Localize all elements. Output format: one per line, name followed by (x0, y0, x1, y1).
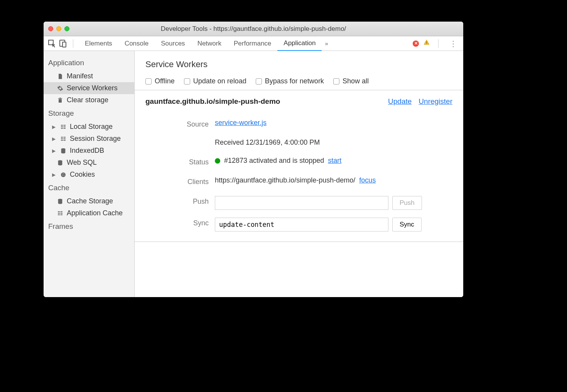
source-link[interactable]: service-worker.js (215, 119, 267, 127)
device-toggle-icon[interactable] (58, 39, 68, 48)
detail-source: Source service-worker.js Received 12/31/… (145, 117, 452, 154)
svg-rect-28 (61, 213, 62, 213)
chevron-right-icon: ▶ (52, 136, 57, 142)
error-icon[interactable]: ✕ (413, 41, 419, 47)
status-text: #12873 activated and is stopped (224, 157, 324, 165)
separator (73, 39, 73, 48)
svg-rect-9 (61, 128, 63, 128)
database-icon (60, 147, 67, 154)
sync-button[interactable]: Sync (392, 218, 422, 231)
chevron-right-icon: ▶ (52, 148, 57, 154)
detail-label: Clients (145, 176, 215, 186)
section-storage: Storage (44, 106, 134, 121)
svg-rect-10 (64, 128, 66, 128)
sidebar-item-label: Session Storage (70, 135, 121, 143)
inspect-icon[interactable] (47, 39, 57, 48)
sidebar-item-local-storage[interactable]: ▶ Local Storage (44, 121, 134, 133)
sidebar-item-cookies[interactable]: ▶ Cookies (44, 169, 134, 181)
tab-network[interactable]: Network (191, 36, 228, 51)
worker-links: Update Unregister (388, 97, 452, 106)
checkbox-update-on-reload[interactable]: Update on reload (184, 77, 246, 85)
svg-rect-4 (426, 44, 427, 44)
checkbox-icon (333, 78, 339, 84)
chevron-right-icon: ▶ (52, 124, 57, 130)
kebab-menu-icon[interactable]: ⋮ (447, 39, 459, 48)
detail-status: Status #12873 activated and is stopped s… (145, 154, 452, 169)
svg-point-20 (62, 174, 63, 174)
checkbox-label: Show all (343, 77, 369, 85)
svg-rect-7 (61, 126, 63, 127)
database-icon (57, 198, 64, 205)
tab-application[interactable]: Application (277, 36, 322, 51)
panel-title: Service Workers (145, 59, 452, 69)
svg-rect-26 (61, 211, 62, 212)
push-button[interactable]: Push (392, 196, 422, 210)
detail-clients: Clients https://gauntface.github.io/simp… (145, 174, 452, 188)
svg-point-22 (64, 175, 64, 176)
sidebar-item-cache-storage[interactable]: Cache Storage (44, 195, 134, 207)
sidebar-item-indexeddb[interactable]: ▶ IndexedDB (44, 145, 134, 157)
close-button[interactable] (48, 26, 53, 31)
detail-label: Status (145, 157, 215, 166)
svg-rect-2 (62, 42, 66, 47)
detail-label: Sync (145, 218, 215, 227)
unregister-link[interactable]: Unregister (418, 97, 452, 106)
sidebar-item-service-workers[interactable]: Service Workers (44, 82, 134, 94)
svg-rect-16 (64, 140, 66, 140)
push-input[interactable] (215, 196, 388, 210)
devtools-window: Developer Tools - https://gauntface.gith… (44, 22, 463, 297)
svg-rect-8 (64, 126, 66, 127)
worker-origin: gauntface.github.io/simple-push-demo (145, 97, 280, 106)
titlebar: Developer Tools - https://gauntface.gith… (44, 22, 463, 36)
update-link[interactable]: Update (388, 97, 412, 106)
svg-point-21 (63, 173, 64, 174)
sidebar-item-label: IndexedDB (70, 147, 104, 155)
sidebar-item-label: Cookies (70, 171, 95, 179)
tab-performance[interactable]: Performance (228, 36, 277, 51)
focus-link[interactable]: focus (359, 176, 376, 184)
sidebar-item-clear-storage[interactable]: Clear storage (44, 94, 134, 106)
worker-header: gauntface.github.io/simple-push-demo Upd… (145, 97, 452, 106)
tab-elements[interactable]: Elements (79, 36, 118, 51)
devtools-tabs: Elements Console Sources Network Perform… (79, 36, 411, 51)
section-cache: Cache (44, 181, 134, 195)
grid-icon (60, 135, 67, 142)
minimize-button[interactable] (56, 26, 61, 31)
svg-rect-15 (61, 140, 63, 140)
sidebar-item-session-storage[interactable]: ▶ Session Storage (44, 133, 134, 145)
devtools-toolbar: Elements Console Sources Network Perform… (44, 36, 463, 51)
svg-rect-3 (426, 41, 427, 43)
warning-icon[interactable] (424, 39, 430, 47)
sidebar-item-label: Service Workers (67, 84, 118, 92)
sidebar-item-websql[interactable]: Web SQL (44, 157, 134, 169)
toolbar-right: ✕ ⋮ (413, 39, 459, 48)
detail-sync: Sync Sync (145, 215, 452, 234)
chevron-right-icon: ▶ (52, 172, 57, 177)
checkbox-bypass-network[interactable]: Bypass for network (256, 77, 324, 85)
tab-sources[interactable]: Sources (155, 36, 191, 51)
tabs-overflow-icon[interactable]: » (322, 40, 331, 47)
main-panel: Service Workers Offline Update on reload… (135, 51, 463, 297)
detail-push: Push Push (145, 194, 452, 212)
sidebar-item-label: Cache Storage (67, 197, 113, 205)
checkbox-offline[interactable]: Offline (145, 77, 175, 85)
checkbox-label: Offline (155, 77, 175, 85)
trash-icon (57, 97, 64, 104)
start-link[interactable]: start (328, 157, 341, 165)
options-row: Offline Update on reload Bypass for netw… (135, 74, 463, 90)
checkbox-icon (184, 78, 190, 84)
main-header: Service Workers (135, 51, 463, 74)
sidebar-item-manifest[interactable]: Manifest (44, 70, 134, 82)
maximize-button[interactable] (64, 26, 69, 31)
body: Application Manifest Service Workers Cle… (44, 51, 463, 297)
window-title: Developer Tools - https://gauntface.gith… (44, 25, 463, 33)
sidebar-item-label: Clear storage (67, 96, 108, 104)
section-application: Application (44, 56, 134, 70)
client-url: https://gauntface.github.io/simple-push-… (215, 176, 355, 184)
checkbox-show-all[interactable]: Show all (333, 77, 369, 85)
tab-console[interactable]: Console (118, 36, 155, 51)
sidebar-item-application-cache[interactable]: Application Cache (44, 207, 134, 219)
sidebar-item-label: Manifest (67, 72, 93, 80)
svg-rect-14 (64, 138, 66, 139)
sync-input[interactable] (215, 218, 388, 231)
